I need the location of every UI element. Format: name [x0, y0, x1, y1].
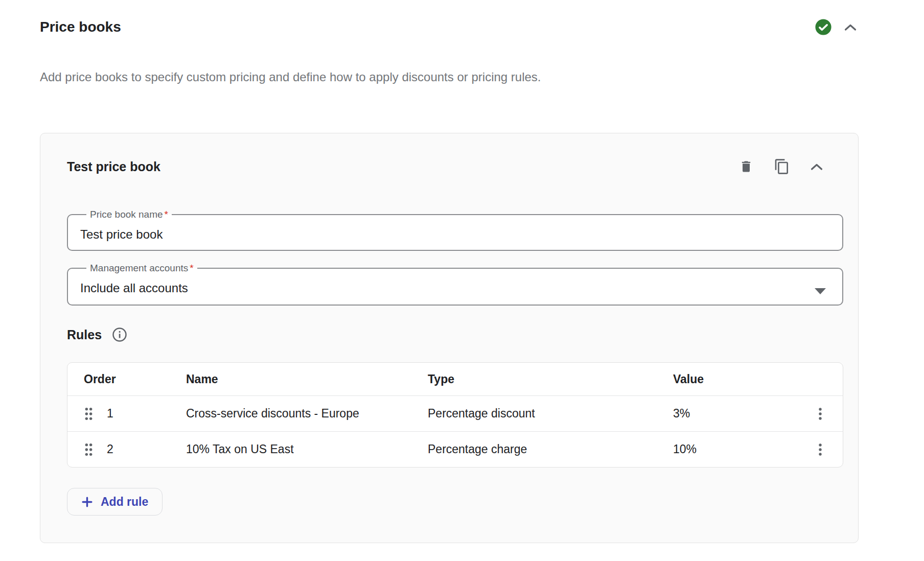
price-book-title: Test price book	[67, 158, 160, 175]
plus-icon	[81, 496, 93, 508]
price-book-name-label: Price book name*	[86, 209, 172, 220]
row-menu-button[interactable]	[818, 406, 823, 422]
section-header: Price books	[40, 18, 859, 36]
price-book-card: Test price book	[40, 133, 859, 543]
rule-name: 10% Tax on US East	[170, 442, 411, 456]
section-description: Add price books to specify custom pricin…	[40, 69, 859, 85]
rules-title: Rules	[67, 327, 102, 342]
trash-icon	[739, 159, 753, 174]
chevron-up-icon	[844, 24, 857, 31]
chevron-up-icon	[811, 163, 823, 171]
section-collapse-button[interactable]	[844, 24, 857, 31]
price-book-card-header: Test price book	[67, 158, 843, 175]
rules-table-header: Order Name Type Value	[67, 363, 843, 395]
rule-name: Cross-service discounts - Europe	[170, 407, 411, 420]
rule-value: 3%	[657, 407, 797, 420]
column-header-order: Order	[67, 372, 170, 386]
drag-handle-icon[interactable]	[84, 407, 94, 421]
price-books-section: Price books Add price books to specify c…	[0, 0, 924, 543]
rules-header: Rules	[67, 327, 843, 342]
info-icon[interactable]	[112, 327, 127, 342]
page-title: Price books	[40, 19, 121, 35]
rule-order: 2	[107, 442, 113, 456]
rule-type: Percentage discount	[411, 407, 657, 420]
delete-price-book-button[interactable]	[739, 159, 753, 174]
management-accounts-label: Management accounts*	[86, 263, 197, 274]
required-asterisk: *	[190, 263, 193, 273]
column-header-type: Type	[411, 372, 657, 386]
column-header-name: Name	[170, 372, 411, 386]
table-row: 2 10% Tax on US East Percentage charge 1…	[67, 431, 843, 467]
rule-order: 1	[107, 407, 113, 420]
column-header-value: Value	[657, 372, 797, 386]
price-book-name-field: Price book name*	[67, 209, 843, 251]
management-accounts-select[interactable]: Include all accounts	[80, 281, 830, 295]
section-header-icons	[815, 18, 857, 36]
copy-icon	[774, 158, 790, 175]
drag-handle-icon[interactable]	[84, 442, 94, 457]
arrow-drop-down-icon	[815, 288, 826, 294]
rule-type: Percentage charge	[411, 442, 657, 456]
management-accounts-field: Management accounts* Include all account…	[67, 263, 843, 306]
add-rule-label: Add rule	[101, 495, 148, 509]
table-row: 1 Cross-service discounts - Europe Perce…	[67, 395, 843, 431]
rules-table: Order Name Type Value	[67, 362, 843, 468]
kebab-menu-icon	[818, 406, 823, 422]
price-book-name-input[interactable]	[80, 227, 830, 242]
row-menu-button[interactable]	[818, 442, 823, 457]
rule-value: 10%	[657, 442, 797, 456]
price-book-actions	[739, 158, 843, 175]
required-asterisk: *	[165, 209, 168, 220]
collapse-price-book-button[interactable]	[811, 163, 823, 171]
check-circle-icon	[815, 18, 832, 36]
add-rule-button[interactable]: Add rule	[67, 488, 163, 516]
duplicate-price-book-button[interactable]	[774, 158, 790, 175]
kebab-menu-icon	[818, 442, 823, 457]
